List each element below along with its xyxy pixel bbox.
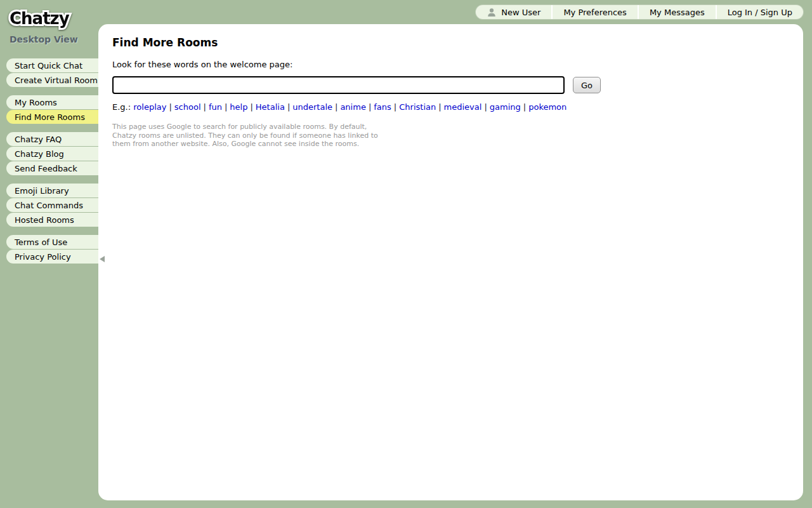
sidebar-item-terms-of-use[interactable]: Terms of Use xyxy=(6,235,98,249)
link-separator: | xyxy=(204,102,206,112)
sidebar-group-rooms: My Rooms Find More Rooms xyxy=(6,95,98,124)
sidebar-group-info: Chatzy FAQ Chatzy Blog Send Feedback xyxy=(6,132,98,175)
example-link-pokemon[interactable]: pokemon xyxy=(528,102,566,112)
link-separator: | xyxy=(394,102,396,112)
link-separator: | xyxy=(169,102,171,112)
sidebar-group-tools: Emoji Library Chat Commands Hosted Rooms xyxy=(6,184,98,227)
top-nav-bar: New User My Preferences My Messages Log … xyxy=(476,5,803,19)
example-link-fun[interactable]: fun xyxy=(209,102,222,112)
nav-item-my-preferences[interactable]: My Preferences xyxy=(551,5,638,19)
nav-item-label: My Preferences xyxy=(563,8,627,17)
nav-item-my-messages[interactable]: My Messages xyxy=(638,5,716,19)
page-title: Find More Rooms xyxy=(112,36,788,49)
link-separator: | xyxy=(335,102,337,112)
example-links-row: E.g.: roleplay|school|fun|help|Hetalia|u… xyxy=(112,102,788,112)
nav-item-label: My Messages xyxy=(650,8,705,17)
example-link-school[interactable]: school xyxy=(174,102,201,112)
sidebar-item-my-rooms[interactable]: My Rooms xyxy=(6,95,98,109)
sidebar-item-start-quick-chat[interactable]: Start Quick Chat xyxy=(6,58,98,72)
link-separator: | xyxy=(523,102,526,112)
room-search-input[interactable] xyxy=(112,76,565,94)
example-link-medieval[interactable]: medieval xyxy=(444,102,482,112)
google-search-disclaimer: This page uses Google to search for publ… xyxy=(112,123,788,149)
sidebar-item-send-feedback[interactable]: Send Feedback xyxy=(6,161,98,175)
sidebar-item-create-virtual-room[interactable]: Create Virtual Room xyxy=(6,73,98,87)
nav-item-login-signup[interactable]: Log In / Sign Up xyxy=(716,5,803,19)
nav-item-label: Log In / Sign Up xyxy=(728,8,792,17)
main-content-panel: Find More Rooms Look for these words on … xyxy=(98,24,803,500)
disclaimer-line: This page uses Google to search for publ… xyxy=(112,123,788,131)
link-separator: | xyxy=(250,102,252,112)
desktop-view-label: Desktop View xyxy=(10,34,78,44)
sidebar-item-privacy-policy[interactable]: Privacy Policy xyxy=(6,250,98,264)
person-icon xyxy=(487,8,497,17)
example-link-hetalia[interactable]: Hetalia xyxy=(256,102,285,112)
sidebar-item-emoji-library[interactable]: Emoji Library xyxy=(6,184,98,197)
search-label: Look for these words on the welcome page… xyxy=(112,60,788,69)
sidebar-item-chatzy-blog[interactable]: Chatzy Blog xyxy=(6,147,98,161)
example-link-fans[interactable]: fans xyxy=(374,102,391,112)
sidebar-group-legal: Terms of Use Privacy Policy xyxy=(6,235,98,264)
link-separator: | xyxy=(369,102,371,112)
link-separator: | xyxy=(438,102,441,112)
sidebar: Start Quick Chat Create Virtual Room My … xyxy=(6,58,98,272)
example-link-roleplay[interactable]: roleplay xyxy=(133,102,166,112)
example-link-undertale[interactable]: undertale xyxy=(292,102,332,112)
sidebar-item-find-more-rooms[interactable]: Find More Rooms xyxy=(6,110,98,124)
examples-prefix: E.g.: xyxy=(112,102,131,112)
disclaimer-line: them from another website. Also, Google … xyxy=(112,140,788,149)
chatzy-logo[interactable]: Chatzy xyxy=(6,5,89,34)
sidebar-group-chat: Start Quick Chat Create Virtual Room xyxy=(6,58,98,87)
go-button[interactable]: Go xyxy=(573,77,601,93)
nav-item-new-user[interactable]: New User xyxy=(476,5,551,19)
search-row: Go xyxy=(112,76,788,94)
link-separator: | xyxy=(287,102,290,112)
sidebar-collapse-arrow-icon[interactable] xyxy=(100,256,105,262)
link-separator: | xyxy=(484,102,487,112)
logo-text: Chatzy xyxy=(10,9,70,28)
link-separator: | xyxy=(225,102,227,112)
example-link-gaming[interactable]: gaming xyxy=(490,102,521,112)
sidebar-item-chat-commands[interactable]: Chat Commands xyxy=(6,198,98,212)
example-link-help[interactable]: help xyxy=(230,102,247,112)
example-link-anime[interactable]: anime xyxy=(340,102,365,112)
sidebar-item-chatzy-faq[interactable]: Chatzy FAQ xyxy=(6,132,98,146)
nav-item-label: New User xyxy=(501,8,540,17)
disclaimer-line: Chatzy rooms are unlisted. They can only… xyxy=(112,131,788,140)
sidebar-item-hosted-rooms[interactable]: Hosted Rooms xyxy=(6,213,98,227)
example-link-christian[interactable]: Christian xyxy=(399,102,436,112)
